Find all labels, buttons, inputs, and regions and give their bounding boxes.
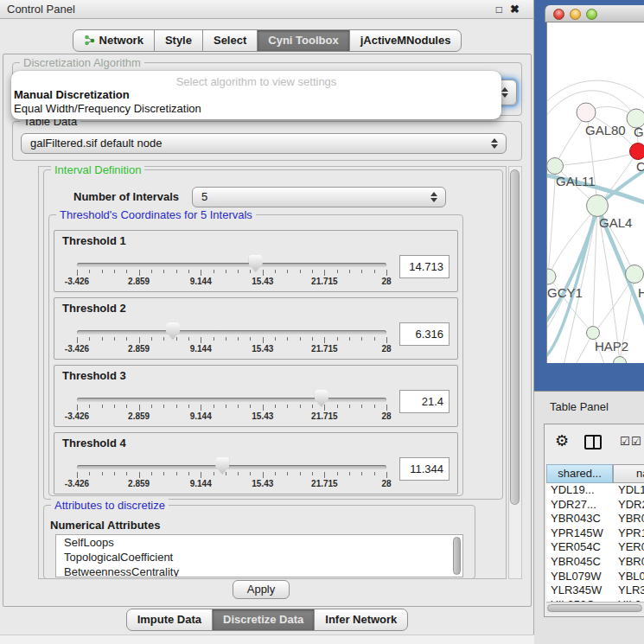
table-row[interactable]: YDL19...YDL1 bbox=[546, 483, 644, 498]
bottom-node[interactable] bbox=[614, 357, 627, 364]
close-icon[interactable]: ✖ bbox=[510, 3, 520, 16]
slider-tick bbox=[250, 270, 251, 273]
float-window-icon[interactable]: □ bbox=[496, 3, 502, 16]
checkbox-icon[interactable]: ☑ bbox=[620, 436, 630, 447]
slider-thumb[interactable] bbox=[315, 390, 328, 407]
zoom-traffic-light-icon[interactable] bbox=[586, 9, 597, 20]
node-table[interactable]: YDL19...YDL1YDR27...YDR2YBR043CYBR0YPR14… bbox=[546, 483, 644, 602]
slider-tick bbox=[287, 405, 288, 408]
table-row[interactable]: YER054CYER0 bbox=[546, 540, 644, 555]
GCY1-node[interactable] bbox=[547, 269, 556, 284]
list-item-selfloops[interactable]: SelfLoops bbox=[56, 535, 462, 550]
list-scrollbar-thumb[interactable] bbox=[453, 537, 461, 575]
slider-tick bbox=[176, 337, 177, 341]
slider-track[interactable] bbox=[77, 398, 386, 402]
network-window-titlebar[interactable] bbox=[545, 5, 644, 22]
list-item-betweennesscentrality[interactable]: BetweennessCentrality bbox=[56, 564, 462, 577]
tab-label: Infer Network bbox=[325, 613, 397, 626]
number-of-intervals-combobox[interactable]: 5 bbox=[192, 187, 446, 207]
slider-tick bbox=[188, 270, 189, 273]
scrollbar-thumb[interactable] bbox=[547, 604, 642, 612]
red-node[interactable] bbox=[630, 143, 644, 160]
threshold-panel-threshold-2: Threshold 2-3.4262.8599.14415.4321.71528… bbox=[54, 297, 458, 360]
GAL4-node[interactable] bbox=[587, 195, 609, 217]
tab-discretize-data[interactable]: Discretize Data bbox=[212, 609, 315, 631]
tab-label: Style bbox=[165, 34, 192, 47]
top-tabbar: NetworkStyleSelectCyni ToolboxjActiveMNo… bbox=[0, 29, 534, 52]
slider-track[interactable] bbox=[77, 263, 386, 267]
slider-tick bbox=[263, 472, 264, 478]
split-table-icon[interactable] bbox=[584, 435, 602, 450]
table-data-combobox[interactable]: galFiltered.sif default node bbox=[21, 133, 507, 154]
slider-tick-label: 21.715 bbox=[311, 411, 338, 421]
tab-cyni-toolbox[interactable]: Cyni Toolbox bbox=[257, 29, 349, 52]
slider-tick bbox=[77, 270, 78, 276]
slider-tick bbox=[126, 405, 127, 408]
minimize-traffic-light-icon[interactable] bbox=[570, 9, 581, 20]
algorithm-option-manual-discretization[interactable]: Manual Discretization bbox=[14, 88, 130, 101]
HAP2-node[interactable] bbox=[587, 327, 600, 340]
slider-tick bbox=[374, 270, 375, 273]
list-item-topologicalcoefficient[interactable]: TopologicalCoefficient bbox=[56, 550, 462, 564]
slider-tick bbox=[263, 405, 264, 411]
slider-tick bbox=[163, 405, 164, 408]
slider-tick bbox=[374, 405, 375, 408]
table-panel-body: ⚙ ☑ ☑ shared... na YDL19...YDL1YDR27...Y… bbox=[544, 424, 644, 617]
column-header-name[interactable]: na bbox=[613, 464, 644, 483]
slider-tick bbox=[114, 405, 115, 408]
table-row[interactable]: YPR145WYPR1 bbox=[546, 526, 644, 541]
network-edge bbox=[547, 207, 597, 334]
network-canvas[interactable]: GAL80GACGAL11GAL4GCY1HHAP2 bbox=[546, 22, 644, 363]
threshold-list: Threshold 1-3.4262.8599.14415.4321.71528… bbox=[54, 230, 458, 500]
network-edge bbox=[548, 166, 556, 276]
table-row[interactable]: YBR045CYBR0 bbox=[546, 555, 644, 570]
GAL11-node[interactable] bbox=[547, 158, 564, 175]
apply-button[interactable]: Apply bbox=[233, 580, 290, 599]
network-graph: GAL80GACGAL11GAL4GCY1HHAP2 bbox=[547, 22, 644, 363]
tab-select[interactable]: Select bbox=[202, 29, 258, 52]
slider-track[interactable] bbox=[77, 465, 386, 469]
table-row[interactable]: YBR043CYBR0 bbox=[546, 512, 644, 526]
threshold-value-field[interactable]: 14.713 bbox=[399, 255, 450, 278]
gear-icon[interactable]: ⚙ bbox=[555, 433, 569, 449]
slider-track[interactable] bbox=[77, 330, 386, 335]
slider-tick bbox=[337, 337, 338, 341]
table-row[interactable]: YDR27...YDR2 bbox=[546, 498, 644, 513]
stepper-icon bbox=[501, 87, 508, 98]
threshold-value-field[interactable]: 11.344 bbox=[399, 457, 450, 481]
checkbox-icon[interactable]: ☑ bbox=[631, 436, 641, 447]
scrollbar-thumb[interactable] bbox=[510, 169, 520, 505]
algorithm-option-equal-width-frequency-discretization[interactable]: Equal Width/Frequency Discretization bbox=[14, 102, 201, 115]
tab-style[interactable]: Style bbox=[154, 29, 203, 52]
group-title: Discretization Algorithm bbox=[20, 56, 144, 69]
tab-infer-network[interactable]: Infer Network bbox=[314, 609, 408, 631]
tab-network[interactable]: Network bbox=[73, 29, 155, 52]
slider-tick bbox=[349, 337, 350, 341]
vertical-scrollbar[interactable] bbox=[508, 166, 522, 579]
slider-tick bbox=[102, 405, 103, 408]
slider-thumb[interactable] bbox=[166, 322, 180, 340]
slider-tick bbox=[238, 472, 239, 475]
slider-tick bbox=[89, 472, 90, 475]
node-label-c: C bbox=[636, 159, 644, 174]
slider-thumb[interactable] bbox=[215, 457, 229, 475]
column-header-shared[interactable]: shared... bbox=[546, 464, 613, 483]
table-row[interactable]: YBL079WYBL0 bbox=[546, 570, 644, 584]
threshold-value-field[interactable]: 21.4 bbox=[399, 390, 450, 413]
tab-jactivemnodules[interactable]: jActiveMNodules bbox=[349, 29, 462, 52]
group-title: Interval Definition bbox=[51, 163, 144, 176]
slider-tick bbox=[176, 270, 177, 273]
cell-shared-name: YBL079W bbox=[551, 570, 602, 583]
close-traffic-light-icon[interactable] bbox=[553, 9, 564, 20]
tab-impute-data[interactable]: Impute Data bbox=[126, 609, 213, 631]
table-row[interactable]: YLR345WYLR3 bbox=[546, 583, 644, 598]
horizontal-scrollbar[interactable] bbox=[546, 602, 644, 613]
tab-label: jActiveMNodules bbox=[360, 34, 451, 47]
slider-tick-label: 9.144 bbox=[190, 479, 212, 488]
threshold-value-field[interactable]: 6.316 bbox=[399, 322, 450, 346]
right-node[interactable] bbox=[626, 265, 644, 284]
slider-tick-label: 15.43 bbox=[252, 479, 273, 488]
GAL80-node[interactable] bbox=[577, 103, 596, 122]
cell-shared-name: YPR145W bbox=[551, 526, 603, 540]
numerical-attributes-list[interactable]: SelfLoopsTopologicalCoefficientBetweenne… bbox=[55, 534, 463, 577]
